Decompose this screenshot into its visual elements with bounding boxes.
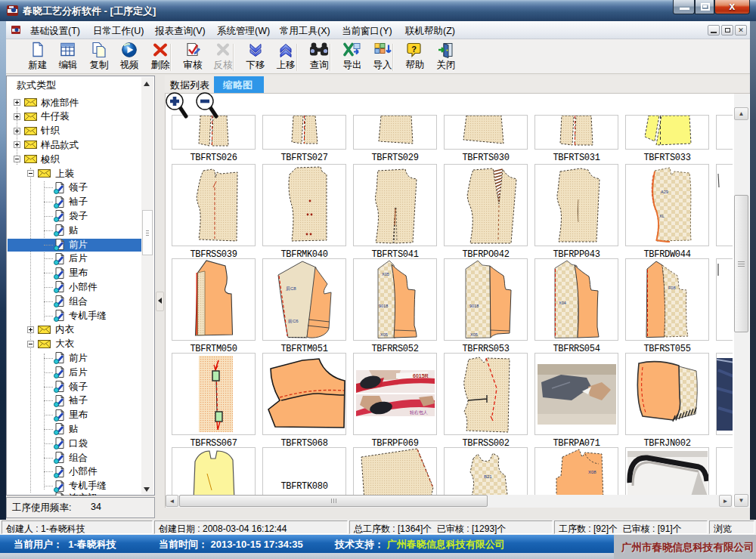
svg-text:B21: B21	[484, 474, 492, 479]
svg-text:X05: X05	[380, 332, 388, 337]
svg-text:?: ?	[411, 45, 417, 54]
svg-text:X04: X04	[559, 301, 566, 305]
svg-text:前C6: 前C6	[287, 319, 299, 323]
svg-text:6015R: 6015R	[413, 373, 429, 378]
svg-text:9018: 9018	[379, 304, 388, 308]
svg-text:F08: F08	[668, 286, 675, 290]
svg-text:轮右包人: 轮右包人	[410, 409, 428, 415]
svg-text:X05: X05	[382, 272, 389, 276]
svg-text:后C8: 后C8	[286, 286, 296, 292]
svg-text:9018: 9018	[469, 304, 479, 308]
svg-text:X05: X05	[470, 332, 478, 337]
svg-text:X08: X08	[588, 470, 596, 474]
svg-text:A29: A29	[661, 190, 668, 194]
svg-text:XL: XL	[659, 214, 665, 218]
